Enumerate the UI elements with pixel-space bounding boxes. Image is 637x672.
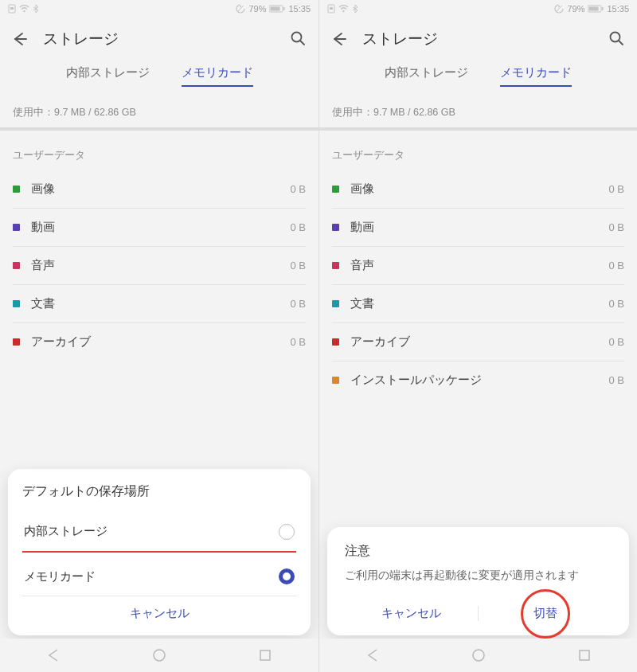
mute-icon [554, 4, 564, 14]
nav-back-icon[interactable] [46, 648, 61, 662]
list-item[interactable]: アーカイブ 0 B [13, 323, 306, 361]
wifi-icon [338, 5, 349, 13]
list-item[interactable]: 音声 0 B [13, 247, 306, 285]
nav-recent-icon[interactable] [577, 648, 592, 662]
svg-rect-19 [589, 7, 599, 11]
page-title: ストレージ [362, 29, 594, 49]
nav-recent-icon[interactable] [258, 648, 272, 662]
cancel-button[interactable]: キャンセル [345, 606, 478, 621]
svg-point-16 [558, 6, 560, 7]
search-icon[interactable] [608, 30, 626, 48]
svg-rect-20 [602, 7, 604, 10]
tab-sd[interactable]: メモリカード [500, 65, 572, 87]
screen-right: 79% 15:35 ストレージ 内部ストレージ メモリカード 使用中：9.7 M… [318, 0, 637, 672]
section-user-data: ユーザーデータ [319, 131, 637, 170]
svg-point-2 [23, 10, 25, 12]
svg-rect-1 [10, 7, 14, 10]
svg-point-3 [240, 6, 241, 7]
nav-home-icon[interactable] [471, 648, 486, 662]
time-text: 15:35 [607, 4, 629, 14]
radio-unchecked-icon [279, 524, 295, 540]
list-item[interactable]: 動画 0 B [332, 209, 624, 247]
category-list: 画像 0 B 動画 0 B 音声 0 B 文書 0 B アーカイブ 0 B イン… [319, 170, 637, 399]
red-underline-annotation [22, 551, 296, 553]
color-swatch [332, 338, 339, 346]
time-text: 15:35 [288, 4, 311, 14]
tab-internal[interactable]: 内部ストレージ [66, 65, 150, 87]
wifi-icon [19, 5, 29, 13]
dialog-actions: キャンセル 切替 [345, 600, 612, 627]
confirm-button[interactable]: 切替 [478, 606, 612, 621]
color-swatch [332, 262, 339, 269]
color-swatch [332, 224, 339, 231]
status-bar: 79% 15:35 [319, 0, 637, 18]
list-item[interactable]: 画像 0 B [13, 170, 306, 209]
svg-point-11 [154, 650, 165, 661]
usage-label: 使用中：9.7 MB / 62.86 GB [319, 92, 637, 124]
nav-home-icon[interactable] [152, 648, 166, 662]
dialog-message: ご利用の端末は再起動後に変更が適用されます [345, 568, 612, 584]
svg-line-10 [300, 41, 304, 45]
nav-bar [319, 639, 637, 672]
option-internal[interactable]: 内部ストレージ [22, 513, 296, 552]
list-item[interactable]: 文書 0 B [332, 285, 624, 323]
confirm-dialog: 注意 ご利用の端末は再起動後に変更が適用されます キャンセル 切替 [327, 527, 629, 635]
page-title: ストレージ [43, 29, 276, 49]
header: ストレージ [319, 18, 637, 57]
header: ストレージ [0, 18, 318, 57]
search-icon[interactable] [290, 30, 307, 48]
option-sd[interactable]: メモリカード [22, 557, 296, 596]
color-swatch [13, 224, 20, 231]
color-swatch [332, 186, 339, 193]
svg-rect-14 [330, 7, 333, 10]
color-swatch [13, 338, 20, 346]
tab-sd[interactable]: メモリカード [182, 65, 253, 87]
category-list: 画像 0 B 動画 0 B 音声 0 B 文書 0 B アーカイブ 0 B [0, 170, 318, 361]
color-swatch [332, 377, 339, 384]
svg-rect-6 [271, 7, 280, 11]
battery-text: 79% [567, 4, 584, 14]
color-swatch [13, 300, 20, 307]
bluetooth-icon [33, 4, 39, 14]
list-item[interactable]: 画像 0 B [332, 170, 624, 209]
status-bar: 79% 15:35 [0, 0, 318, 18]
battery-icon [269, 5, 285, 13]
battery-icon [588, 5, 604, 13]
tabs: 内部ストレージ メモリカード [0, 57, 318, 92]
svg-rect-12 [260, 651, 270, 660]
svg-rect-7 [283, 7, 285, 10]
color-swatch [332, 300, 339, 307]
sheet-title: デフォルトの保存場所 [22, 483, 296, 500]
radio-checked-icon [279, 568, 295, 584]
list-item[interactable]: インストールパッケージ 0 B [332, 361, 624, 399]
dialog-title: 注意 [345, 543, 612, 560]
list-item[interactable]: 文書 0 B [13, 285, 306, 323]
svg-line-23 [619, 41, 623, 45]
list-item[interactable]: アーカイブ 0 B [332, 323, 624, 361]
back-icon[interactable] [330, 30, 348, 48]
mute-icon [236, 4, 245, 14]
nav-back-icon[interactable] [365, 648, 380, 662]
color-swatch [13, 186, 20, 193]
nav-bar [0, 639, 318, 672]
svg-rect-25 [580, 651, 589, 660]
color-swatch [13, 262, 20, 269]
list-item[interactable]: 動画 0 B [13, 209, 306, 247]
cancel-button[interactable]: キャンセル [22, 596, 296, 631]
default-location-sheet: デフォルトの保存場所 内部ストレージ メモリカード キャンセル [8, 469, 311, 636]
sim-icon [327, 4, 335, 14]
back-icon[interactable] [11, 30, 29, 48]
list-item[interactable]: 音声 0 B [332, 247, 624, 285]
screen-left: 79% 15:35 ストレージ 内部ストレージ メモリカード 使用中：9.7 M… [0, 0, 318, 672]
tabs: 内部ストレージ メモリカード [319, 57, 637, 92]
usage-label: 使用中：9.7 MB / 62.86 GB [0, 92, 318, 124]
tab-internal[interactable]: 内部ストレージ [385, 65, 468, 87]
svg-point-15 [342, 10, 344, 12]
sim-icon [8, 4, 16, 14]
svg-point-24 [473, 650, 484, 661]
section-user-data: ユーザーデータ [0, 131, 318, 170]
battery-text: 79% [248, 4, 266, 14]
bluetooth-icon [352, 4, 358, 14]
